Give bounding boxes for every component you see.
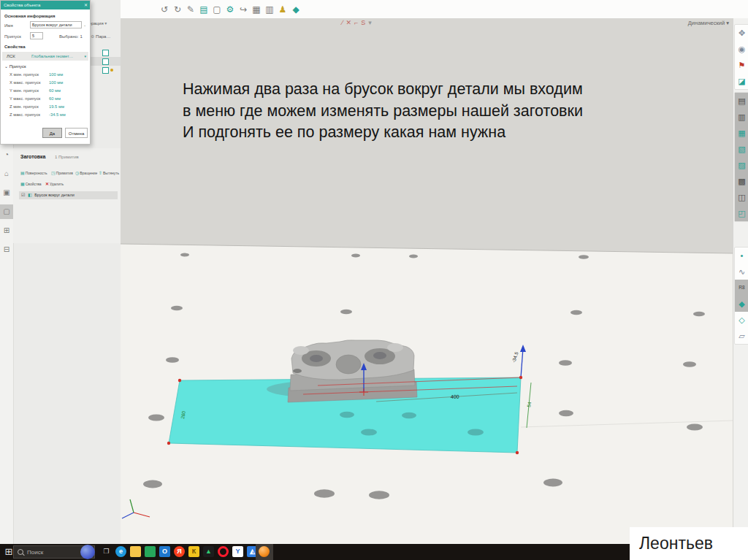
yandex-icon[interactable]: Я [174,546,185,557]
delete-icon: ✕ [45,182,49,186]
operation-checkbox-1[interactable] [102,50,109,56]
annotation-line-2: в меню где можем изменять размеры нашей … [183,101,650,123]
plane-icon[interactable]: ▱ [735,328,748,344]
point-icon[interactable]: • [735,248,748,264]
task-view-icon[interactable]: ❐ [101,546,112,557]
export-icon[interactable]: ↪ [237,3,250,16]
mesh-mode-button[interactable]: R8 [735,280,748,296]
workpiece-list-item[interactable]: ☑ ◧ Брусок вокруг детали [19,191,118,199]
row-value[interactable]: 60 мм [49,87,61,95]
redo-icon[interactable]: ↻ [171,3,184,16]
operation-checkbox-2[interactable] [102,58,109,65]
properties-tool-button[interactable]: ▦Свойства [20,181,42,186]
primitive-count: 1 Примитив [55,155,79,159]
rotate-tool-button[interactable]: ◷Вращение [75,170,97,175]
report-icon[interactable]: ▥ [263,3,276,16]
lcs-value[interactable]: Глобальная геомет… [31,52,73,61]
allowance-group[interactable]: ⌄ Припуск [4,64,26,69]
globe-icon[interactable]: ◉ [735,41,748,57]
layers-icon[interactable]: ⊞ [0,223,13,238]
row-value[interactable]: -34.5 мм [49,111,66,119]
annotation-line-1: Нажимая два раза на брусок вокруг детали… [183,79,650,101]
material-icon[interactable]: ◆ [289,3,302,16]
edge-icon[interactable]: e [115,546,126,557]
row-value[interactable]: 100 мм [49,71,63,79]
show-fixtures-icon[interactable]: ▥ [735,109,748,125]
signature: Леонтьев З.С. [630,527,748,560]
show-machine-icon[interactable]: ▤ [735,93,748,109]
properties-dialog: Свойства объекта ✕ Основная информация И… [0,0,91,145]
active-app-slot[interactable] [256,544,273,560]
search-avatar[interactable] [80,545,95,559]
primitive-icon: ◳ [51,171,56,175]
close-icon[interactable]: ✕ [84,1,88,9]
show-origin-icon[interactable]: ◰ [735,205,748,221]
show-part-icon[interactable]: ▧ [735,141,748,157]
settings-icon[interactable]: ⚙ [224,3,237,16]
dialog-titlebar[interactable]: Свойства объекта [1,1,90,9]
zoom-extents-icon[interactable]: ✥ [735,25,748,41]
scene-icon[interactable]: ⊟ [0,242,13,257]
show-tool-icon[interactable]: ▨ [735,157,748,173]
primitive-tool-button[interactable]: ◳Примитив [51,170,73,175]
row-label: Y макс. припуск [9,95,40,103]
machine-icon[interactable]: ⌂ [0,166,13,181]
item-checkbox[interactable]: ☑ [21,191,25,199]
fixture-icon[interactable]: ▣ [0,185,13,200]
undo-icon[interactable]: ↺ [158,3,171,16]
top-toolbar: ↺↻✎▤▢⚙↪▦▥♟◆ [121,0,748,19]
ok-button[interactable]: Да [42,128,62,138]
sketch-toolbar: ∕✕⌐S▾ [342,19,375,28]
params-button[interactable]: ⚙ Пара… [91,34,123,39]
doc-icon[interactable]: ▢ [210,3,224,16]
allowance-input[interactable]: 5 [30,32,43,39]
panel-title: Заготовка [20,154,46,159]
spline-tool-icon[interactable]: S [361,19,368,26]
row-value[interactable]: 19.5 мм [49,103,64,111]
y-browser-icon[interactable]: Y [232,546,243,557]
extrude-tool-button[interactable]: ⇧Вытянуть [99,170,119,175]
operation-checkbox-3[interactable] [102,67,109,74]
status-dot [110,69,113,72]
dim-length[interactable]: 400 [451,394,459,399]
save-icon[interactable]: ▦ [250,3,263,16]
workpiece-icon[interactable]: ▢ [0,204,13,219]
delete-tool-button[interactable]: ✕Удалить [45,181,64,186]
new-doc-icon[interactable]: ▤ [197,3,210,16]
key-app-icon[interactable]: К [188,546,199,557]
outlook-icon[interactable]: O [159,546,170,557]
show-toolpath-icon[interactable]: ◫ [735,189,748,205]
more-tools-icon[interactable]: ▾ [368,19,375,26]
workpiece-panel: Заготовка 1 Примитив ▤Поверхность ◳Прими… [13,148,121,243]
solid-icon[interactable]: ◆ [735,296,748,312]
clipboard-icon[interactable]: ⚑ [735,57,748,73]
green-app-icon[interactable] [145,546,156,557]
surface-tool-button[interactable]: ▤Поверхность [20,170,47,175]
properties-icon: ▦ [20,182,25,186]
box-icon[interactable]: ◪ [735,73,748,89]
basic-info-header: Основная информация [4,14,55,18]
lcs-row[interactable]: ЛСК Глобальная геомет… ▾ [2,52,88,61]
show-workpiece-icon[interactable]: ▦ [735,125,748,141]
allowance-label: Припуск [4,34,21,39]
surface-icon: ▤ [20,171,25,175]
surface-icon[interactable]: ◇ [735,312,748,328]
show-holders-icon[interactable]: ▩ [735,173,748,189]
media-app-icon[interactable]: ▲ [203,546,214,557]
user-icon[interactable]: ♟ [276,3,289,16]
name-input[interactable]: Брусок вокруг детали [30,21,82,28]
offset-tool-icon[interactable]: ⌐ [354,19,361,26]
curve-icon[interactable]: ∿ [735,264,748,280]
opera-icon[interactable] [218,546,229,557]
edit-icon[interactable]: ✎ [184,3,197,16]
part-icon[interactable]: ◔ [0,147,13,162]
trim-tool-icon[interactable]: ✕ [346,19,355,26]
view-mode-dropdown[interactable]: Динамический ▾ [671,20,729,26]
cancel-button[interactable]: Отмена [65,128,88,138]
row-value[interactable]: 60 мм [49,95,61,103]
gear-icon: ⚙ [91,34,94,39]
row-value[interactable]: 100 мм [49,79,63,87]
explorer-icon[interactable] [130,546,141,557]
name-dropdown-icon[interactable]: ⌄ [83,23,86,27]
machined-part[interactable] [288,340,417,402]
